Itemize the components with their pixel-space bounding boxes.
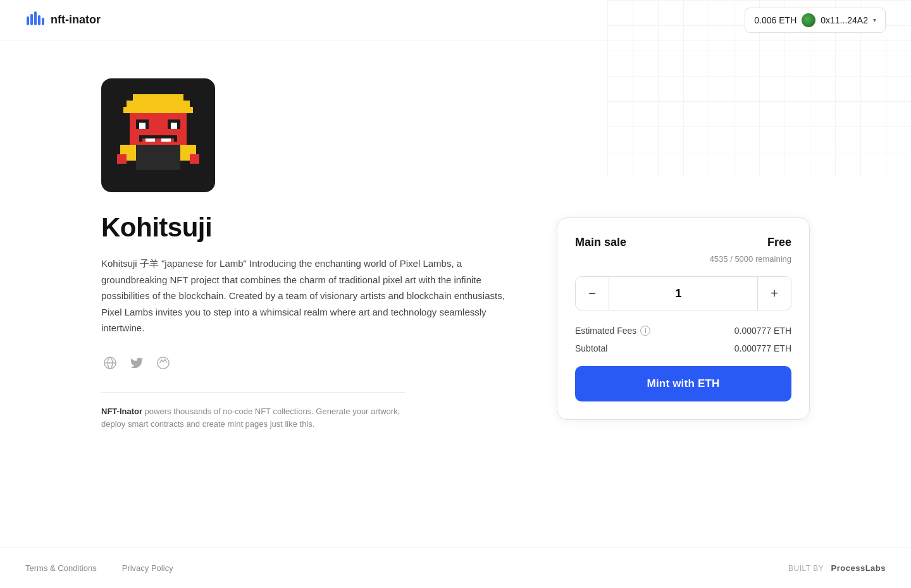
chevron-down-icon: ▾ bbox=[873, 16, 876, 23]
svg-rect-20 bbox=[136, 145, 180, 170]
svg-rect-3 bbox=[38, 15, 40, 25]
social-icons bbox=[101, 354, 506, 372]
mint-button[interactable]: Mint with ETH bbox=[575, 366, 791, 401]
wallet-address: 0x11...24A2 bbox=[821, 15, 868, 25]
subtotal-label: Subtotal bbox=[575, 343, 607, 353]
svg-rect-12 bbox=[139, 123, 146, 129]
footer: Terms & Conditions Privacy Policy BUILT … bbox=[0, 548, 911, 588]
opensea-icon[interactable] bbox=[154, 354, 172, 372]
main-content: Kohitsuji Kohitsuji 子羊 "japanese for Lam… bbox=[76, 40, 835, 456]
subtotal-value: 0.000777 ETH bbox=[734, 343, 791, 353]
built-by: BUILT BY ProcessLabs bbox=[788, 563, 886, 573]
built-by-text: BUILT BY bbox=[788, 564, 824, 573]
nft-description: Kohitsuji 子羊 "japanese for Lamb" Introdu… bbox=[101, 255, 506, 336]
info-icon[interactable]: i bbox=[640, 326, 650, 336]
svg-rect-23 bbox=[117, 154, 127, 164]
privacy-link[interactable]: Privacy Policy bbox=[122, 563, 173, 573]
logo-area: nft-inator bbox=[25, 10, 101, 30]
twitter-icon[interactable] bbox=[128, 354, 146, 372]
svg-rect-24 bbox=[190, 154, 199, 164]
nft-image bbox=[101, 78, 215, 192]
left-column: Kohitsuji Kohitsuji 子羊 "japanese for Lam… bbox=[101, 78, 506, 431]
svg-rect-2 bbox=[34, 11, 37, 25]
svg-rect-4 bbox=[42, 18, 44, 25]
svg-rect-17 bbox=[161, 138, 171, 142]
right-column: Main sale Free 4535 / 5000 remaining − +… bbox=[557, 78, 810, 431]
price-label: Free bbox=[767, 236, 791, 249]
mint-card: Main sale Free 4535 / 5000 remaining − +… bbox=[557, 217, 810, 420]
powered-by-text: powers thousands of no-code NFT collecti… bbox=[101, 407, 400, 429]
quantity-decrease-button[interactable]: − bbox=[576, 277, 609, 310]
wallet-balance: 0.006 ETH bbox=[754, 15, 796, 25]
header: nft-inator 0.006 ETH 0x11...24A2 ▾ bbox=[0, 0, 911, 40]
svg-point-28 bbox=[158, 357, 169, 368]
svg-rect-19 bbox=[180, 104, 190, 113]
subtotal-row: Subtotal 0.000777 ETH bbox=[575, 343, 791, 353]
remaining-text: 4535 / 5000 remaining bbox=[575, 254, 791, 264]
terms-link[interactable]: Terms & Conditions bbox=[25, 563, 97, 573]
estimated-fees-row: Estimated Fees i 0.000777 ETH bbox=[575, 326, 791, 336]
nft-title: Kohitsuji bbox=[101, 212, 506, 243]
wallet-avatar bbox=[802, 13, 815, 27]
footer-links: Terms & Conditions Privacy Policy bbox=[25, 563, 173, 573]
built-by-brand: ProcessLabs bbox=[831, 563, 886, 573]
svg-rect-13 bbox=[171, 123, 177, 129]
logo-text: nft-inator bbox=[51, 13, 101, 27]
powered-by-section: NFT-Inator powers thousands of no-code N… bbox=[101, 392, 405, 432]
svg-rect-0 bbox=[27, 16, 29, 25]
quantity-input[interactable] bbox=[609, 277, 758, 310]
svg-rect-18 bbox=[127, 104, 136, 113]
mint-card-header: Main sale Free bbox=[575, 236, 791, 249]
quantity-selector: − + bbox=[575, 276, 791, 310]
wallet-button[interactable]: 0.006 ETH 0x11...24A2 ▾ bbox=[745, 8, 886, 33]
powered-by-bold: NFT-Inator bbox=[101, 407, 142, 416]
estimated-fees-label: Estimated Fees i bbox=[575, 326, 650, 336]
svg-rect-16 bbox=[146, 138, 155, 142]
sale-label: Main sale bbox=[575, 236, 626, 249]
estimated-fees-value: 0.000777 ETH bbox=[734, 326, 791, 336]
quantity-increase-button[interactable]: + bbox=[758, 277, 791, 310]
globe-icon[interactable] bbox=[101, 354, 119, 372]
svg-rect-1 bbox=[30, 14, 33, 25]
logo-icon bbox=[25, 10, 46, 30]
